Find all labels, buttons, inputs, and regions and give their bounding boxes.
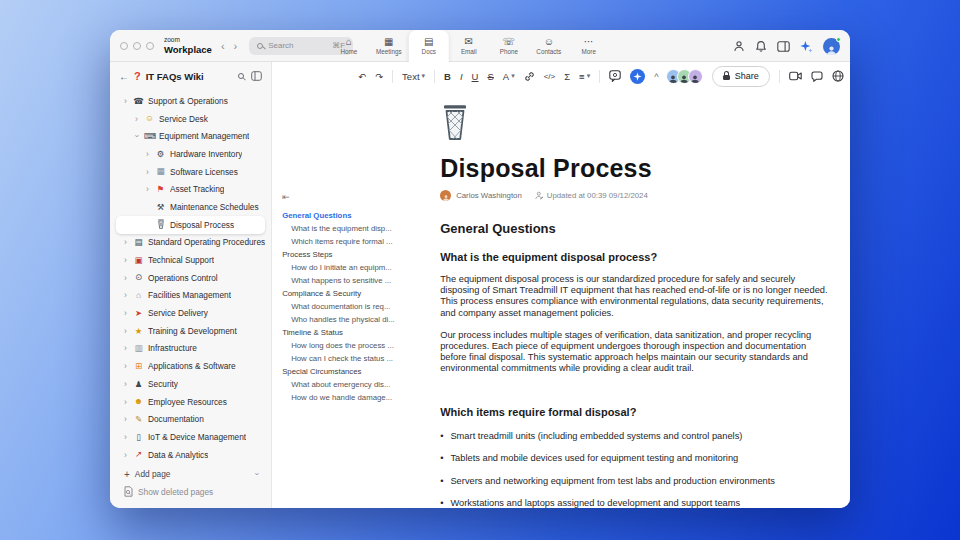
sidebar-page-item[interactable]: › ▦ Software Licenses bbox=[116, 163, 265, 181]
sidebar-page-item[interactable]: › ☻ Employee Resources bbox=[116, 393, 265, 411]
expand-chevron-icon[interactable]: › bbox=[122, 343, 129, 353]
app-tab[interactable]: ☏ Phone bbox=[489, 30, 529, 62]
collapse-toc-icon[interactable]: ⇤ bbox=[282, 192, 434, 202]
expand-chevron-icon[interactable]: › bbox=[122, 361, 129, 371]
underline-button[interactable]: U bbox=[472, 71, 479, 82]
ai-companion-icon[interactable] bbox=[800, 40, 813, 53]
sidebar-page-item[interactable]: › ♟ Security bbox=[116, 375, 265, 393]
collapse-toolbar-icon[interactable]: ^ bbox=[654, 71, 658, 82]
app-tab[interactable]: ▤ Docs bbox=[409, 30, 449, 62]
sidebar-page-item[interactable]: › ➤ Service Delivery bbox=[116, 304, 265, 322]
sidebar-page-item[interactable]: Disposal Process bbox=[116, 216, 265, 234]
globe-icon[interactable] bbox=[832, 70, 844, 82]
app-tab[interactable]: ☺ Contacts bbox=[529, 30, 569, 62]
document-title[interactable]: Disposal Process bbox=[440, 154, 832, 183]
undo-icon[interactable]: ↶ bbox=[358, 71, 366, 82]
notifications-bell-icon[interactable] bbox=[755, 40, 767, 52]
expand-chevron-icon[interactable]: › bbox=[122, 255, 129, 265]
sidebar-page-item[interactable]: › ⊞ Applications & Software bbox=[116, 357, 265, 375]
expand-chevron-icon[interactable]: › bbox=[122, 432, 129, 442]
sidebar-page-item[interactable]: › ✎ Documentation bbox=[116, 410, 265, 428]
side-panel-icon[interactable] bbox=[777, 41, 790, 52]
app-tab[interactable]: ⋯ More bbox=[569, 30, 609, 62]
app-tab[interactable]: ▦ Meetings bbox=[369, 30, 409, 62]
sidebar-page-item[interactable]: › ☎ Support & Operations bbox=[116, 92, 265, 110]
toc-item[interactable]: What about emergency dis... bbox=[282, 378, 434, 391]
expand-chevron-icon[interactable]: › bbox=[122, 96, 129, 106]
sidebar-page-item[interactable]: › ▤ Standard Operating Procedures bbox=[116, 234, 265, 252]
code-icon[interactable]: </> bbox=[544, 72, 556, 81]
redo-icon[interactable]: ↷ bbox=[375, 71, 383, 82]
italic-button[interactable]: I bbox=[460, 71, 463, 82]
document-scroll-area[interactable]: ⇤ General Questions What is the equipmen… bbox=[272, 90, 850, 508]
toc-item[interactable]: What happens to sensitive ... bbox=[282, 274, 434, 287]
forward-nav-button[interactable]: › bbox=[234, 40, 238, 52]
share-button[interactable]: Share bbox=[712, 66, 770, 87]
text-color-dropdown[interactable]: A ▾ bbox=[503, 71, 515, 82]
expand-chevron-icon[interactable]: › bbox=[122, 450, 129, 460]
chat-icon[interactable] bbox=[811, 71, 823, 82]
toc-item[interactable]: How do we handle damage... bbox=[282, 391, 434, 404]
expand-chevron-icon[interactable]: › bbox=[122, 290, 129, 300]
sidebar-page-item[interactable]: › ☺ Service Desk bbox=[116, 110, 265, 128]
sidebar-page-item[interactable]: › ★ Training & Development bbox=[116, 322, 265, 340]
link-icon[interactable] bbox=[524, 71, 535, 82]
video-call-icon[interactable] bbox=[789, 71, 802, 81]
sidebar-page-item[interactable]: › ▥ Infrastructure bbox=[116, 340, 265, 358]
sidebar-page-item[interactable]: ⚒ Maintenance Schedules bbox=[116, 198, 265, 216]
sidebar-page-item[interactable]: › ⊙ Operations Control bbox=[116, 269, 265, 287]
sidebar-page-item[interactable]: › ↗ Data & Analytics bbox=[116, 446, 265, 464]
toc-item[interactable]: What documentation is req... bbox=[282, 300, 434, 313]
collapse-sidebar-icon[interactable] bbox=[251, 71, 262, 81]
text-style-dropdown[interactable]: Text ▾ bbox=[402, 71, 425, 82]
toc-item[interactable]: Who handles the physical di... bbox=[282, 313, 434, 326]
collaborator-avatar[interactable] bbox=[688, 69, 703, 84]
expand-chevron-icon[interactable]: › bbox=[122, 326, 129, 336]
comment-icon[interactable] bbox=[609, 70, 621, 82]
toc-item[interactable]: Timeline & Status bbox=[282, 326, 434, 339]
expand-chevron-icon[interactable]: › bbox=[144, 184, 151, 194]
show-deleted-pages-button[interactable]: Show deleted pages bbox=[116, 483, 265, 501]
toc-item[interactable]: How can I check the status ... bbox=[282, 352, 434, 365]
expand-chevron-icon[interactable]: › bbox=[122, 237, 129, 247]
toc-item[interactable]: How long does the process ... bbox=[282, 339, 434, 352]
sidebar-page-item[interactable]: › ▯ IoT & Device Management bbox=[116, 428, 265, 446]
toc-item[interactable]: How do I initiate an equipm... bbox=[282, 261, 434, 274]
minimize-window-button[interactable] bbox=[133, 42, 141, 50]
add-page-chevron-icon[interactable]: › bbox=[253, 473, 263, 476]
expand-chevron-icon[interactable]: › bbox=[122, 308, 129, 318]
strikethrough-button[interactable]: S bbox=[487, 71, 493, 82]
profile-icon[interactable] bbox=[733, 40, 745, 52]
expand-chevron-icon[interactable]: › bbox=[132, 133, 142, 140]
toc-item[interactable]: What is the equipment disp... bbox=[282, 222, 434, 235]
app-tab[interactable]: ✉ Email bbox=[449, 30, 489, 62]
sidebar-page-item[interactable]: › ⚙ Hardware Inventory bbox=[116, 145, 265, 163]
expand-chevron-icon[interactable]: › bbox=[144, 149, 151, 159]
sidebar-page-item[interactable]: › ▣ Technical Support bbox=[116, 251, 265, 269]
expand-chevron-icon[interactable]: › bbox=[122, 414, 129, 424]
expand-chevron-icon[interactable]: › bbox=[133, 114, 140, 124]
toc-item[interactable]: Compliance & Security bbox=[282, 287, 434, 300]
app-tab[interactable]: ⌂ Home bbox=[329, 30, 369, 62]
expand-chevron-icon[interactable]: › bbox=[144, 167, 151, 177]
back-nav-button[interactable]: ‹ bbox=[221, 40, 225, 52]
expand-chevron-icon[interactable]: › bbox=[122, 379, 129, 389]
bold-button[interactable]: B bbox=[444, 71, 451, 82]
sidebar-search-icon[interactable] bbox=[238, 73, 244, 79]
sidebar-page-item[interactable]: › ⌨ Equipment Management bbox=[116, 127, 265, 145]
sidebar-page-item[interactable]: › ⚑ Asset Tracking bbox=[116, 180, 265, 198]
toc-item[interactable]: Which items require formal ... bbox=[282, 235, 434, 248]
toc-item[interactable]: Process Steps bbox=[282, 248, 434, 261]
list-format-dropdown[interactable]: ≡ ▾ bbox=[579, 71, 590, 82]
user-avatar[interactable] bbox=[823, 38, 840, 55]
ai-companion-button[interactable] bbox=[630, 69, 645, 84]
expand-chevron-icon[interactable]: › bbox=[122, 273, 129, 283]
back-icon[interactable]: ← bbox=[119, 71, 129, 82]
sidebar-page-item[interactable]: › ⌂ Facilities Management bbox=[116, 287, 265, 305]
toc-item[interactable]: Special Circumstances bbox=[282, 365, 434, 378]
add-page-button[interactable]: + Add page › bbox=[116, 465, 265, 483]
close-window-button[interactable] bbox=[120, 42, 128, 50]
expand-chevron-icon[interactable]: › bbox=[122, 397, 129, 407]
equation-icon[interactable]: Σ bbox=[564, 71, 570, 82]
toc-item[interactable]: General Questions bbox=[282, 209, 434, 222]
